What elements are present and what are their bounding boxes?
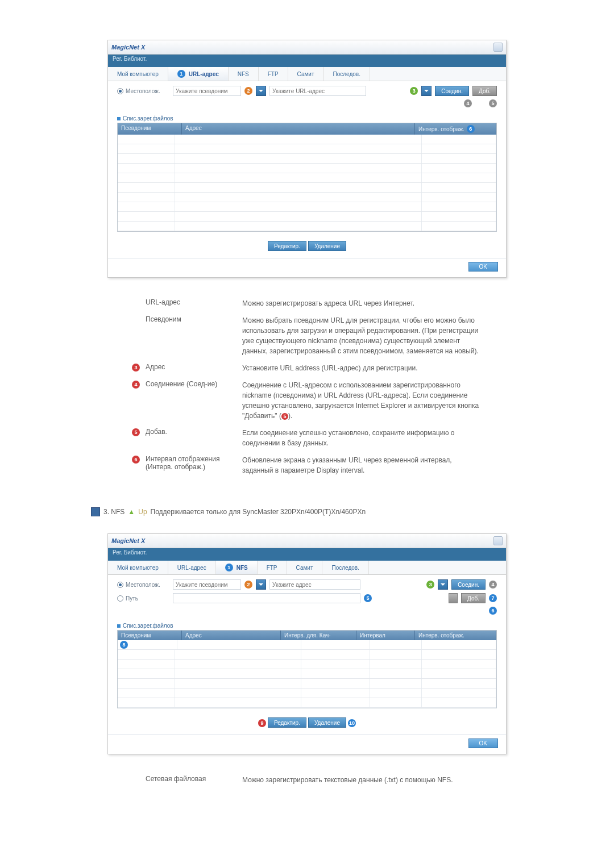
location-label: Местополож. bbox=[126, 582, 160, 588]
path-input[interactable] bbox=[173, 593, 360, 603]
badge-10: 10 bbox=[348, 719, 356, 727]
url-combo[interactable] bbox=[421, 86, 432, 96]
url-input[interactable] bbox=[269, 86, 366, 96]
ok-button[interactable]: OK bbox=[468, 262, 498, 272]
term-nickname: Псевдоним bbox=[131, 315, 242, 356]
url-grid: Псевдоним Адрес Интерв. отображ.6 bbox=[117, 123, 497, 232]
add-button[interactable]: Доб. bbox=[461, 593, 486, 603]
desc-address: Установите URL address (URL-адрес) для р… bbox=[242, 363, 483, 373]
minimize-icon[interactable] bbox=[493, 536, 503, 545]
menubar: Рег. Библиот. bbox=[108, 548, 506, 561]
badge-6: 6 bbox=[489, 607, 497, 615]
filelist-label: Спис.зарег.файлов bbox=[108, 113, 506, 123]
definitions-nfs: Сетевая файловая Можно зарегистрировать … bbox=[131, 771, 483, 788]
note-text: Поддерживается только для SyncMaster 320… bbox=[151, 508, 366, 516]
menubar: Рег. Библиот. bbox=[108, 55, 506, 67]
filelist-label: Спис.зарег.файлов bbox=[108, 620, 506, 630]
col-interval[interactable]: Интервал bbox=[356, 631, 415, 640]
term-url: URL-адрес bbox=[131, 298, 242, 308]
tab-ftp[interactable]: FTP bbox=[259, 67, 288, 81]
col-display-interval[interactable]: Интерв. отображ. bbox=[415, 631, 496, 640]
col-display-interval[interactable]: Интерв. отображ.6 bbox=[415, 123, 496, 135]
location-label: Местополож. bbox=[126, 88, 160, 94]
badge-1: 1 bbox=[225, 564, 233, 571]
badge-1: 1 bbox=[177, 70, 185, 78]
edit-button[interactable]: Редактир. bbox=[268, 717, 306, 728]
path-label: Путь bbox=[126, 595, 138, 602]
edit-button[interactable]: Редактир. bbox=[268, 241, 306, 251]
connect-button[interactable]: Соедин. bbox=[451, 579, 486, 590]
col-address[interactable]: Адрес bbox=[182, 123, 415, 135]
section-3-nfs: 3. NFS ▲ Up Поддерживается только для Sy… bbox=[91, 507, 489, 516]
ok-button[interactable]: OK bbox=[468, 738, 498, 748]
term-nfs: Сетевая файловая bbox=[131, 775, 242, 785]
note-icon bbox=[91, 507, 100, 516]
nickname-combo[interactable] bbox=[256, 579, 266, 590]
note-title: 3. NFS bbox=[103, 508, 125, 516]
tab-nfs[interactable]: 1NFS bbox=[216, 561, 258, 574]
badge-3: 3 bbox=[410, 87, 418, 95]
badge-4: 4 bbox=[489, 581, 497, 589]
badge-8: 8 bbox=[120, 641, 128, 649]
library-window-nfs: MagicNet X Рег. Библиот. Мой компьютер U… bbox=[107, 533, 507, 754]
add-button[interactable]: Доб. bbox=[472, 86, 497, 96]
titlebar: MagicNet X bbox=[108, 534, 506, 548]
source-tabs: Мой компьютер 1URL-адрес NFS FTP Самит П… bbox=[108, 67, 506, 81]
tab-recent[interactable]: Последов. bbox=[322, 561, 368, 574]
titlebar: MagicNet X bbox=[108, 40, 506, 55]
badge-3: 3 bbox=[426, 581, 434, 589]
tab-nfs[interactable]: NFS bbox=[229, 67, 259, 81]
nickname-combo[interactable] bbox=[256, 86, 266, 96]
nickname-input[interactable] bbox=[173, 86, 241, 96]
tab-mycomputer[interactable]: Мой компьютер bbox=[108, 67, 168, 81]
col-address[interactable]: Адрес bbox=[182, 631, 281, 640]
nickname-input[interactable] bbox=[173, 579, 241, 590]
tab-url[interactable]: URL-адрес bbox=[168, 561, 216, 574]
tab-cifs[interactable]: Самит bbox=[287, 561, 323, 574]
badge-2: 2 bbox=[244, 581, 252, 589]
term-display-interval: 6Интервал отображения (Интерв. отображ.) bbox=[131, 455, 242, 475]
address-combo[interactable] bbox=[438, 579, 448, 590]
library-window-url: MagicNet X Рег. Библиот. Мой компьютер 1… bbox=[107, 40, 507, 278]
tab-cifs[interactable]: Самит bbox=[288, 67, 324, 81]
source-tabs: Мой компьютер URL-адрес 1NFS FTP Самит П… bbox=[108, 561, 506, 575]
tab-mycomputer[interactable]: Мой компьютер bbox=[108, 561, 168, 574]
col-nickname[interactable]: Псевдоним bbox=[118, 123, 182, 135]
badge-5: 5 bbox=[364, 594, 372, 602]
desc-display-interval: Обновление экрана с указанным URL через … bbox=[242, 455, 483, 475]
term-address: 3Адрес bbox=[131, 363, 242, 373]
tab-url[interactable]: 1URL-адрес bbox=[168, 67, 229, 81]
desc-nfs: Можно зарегистрировать текстовые данные … bbox=[242, 775, 483, 785]
location-radio[interactable] bbox=[117, 88, 123, 94]
desc-url: Можно зарегистрировать адреса URL через … bbox=[242, 298, 483, 308]
path-radio[interactable] bbox=[117, 595, 123, 602]
desc-connect: Соединение с URL-адресом с использование… bbox=[242, 380, 483, 421]
badge-6: 6 bbox=[467, 125, 475, 133]
term-add: 5Добав. bbox=[131, 428, 242, 448]
tab-recent[interactable]: Последов. bbox=[324, 67, 370, 81]
delete-button[interactable]: Удаление bbox=[308, 717, 346, 728]
definitions-url: URL-адрес Можно зарегистрировать адреса … bbox=[131, 295, 483, 479]
desc-nickname: Можно выбрать псевдоним URL для регистра… bbox=[242, 315, 483, 356]
badge-2: 2 bbox=[244, 87, 252, 95]
up-label: Up bbox=[138, 508, 147, 516]
connect-button[interactable]: Соедин. bbox=[435, 86, 469, 96]
badge-4: 4 bbox=[464, 99, 472, 107]
location-radio[interactable] bbox=[117, 582, 123, 588]
arrow-icon: ▲ bbox=[128, 508, 135, 516]
app-logo: MagicNet X bbox=[111, 44, 145, 51]
badge-5: 5 bbox=[489, 99, 497, 107]
tab-ftp[interactable]: FTP bbox=[258, 561, 287, 574]
desc-add: Если соединение успешно установлено, сох… bbox=[242, 428, 483, 448]
badge-9: 9 bbox=[258, 719, 266, 727]
nfs-grid: Псевдоним Адрес Интерв. для. Кач- Интерв… bbox=[117, 630, 497, 708]
address-input[interactable] bbox=[269, 579, 360, 590]
browse-button[interactable] bbox=[449, 593, 458, 603]
badge-7: 7 bbox=[489, 594, 497, 602]
delete-button[interactable]: Удаление bbox=[308, 241, 346, 251]
app-logo: MagicNet X bbox=[111, 537, 145, 544]
minimize-icon[interactable] bbox=[493, 43, 503, 52]
col-nickname[interactable]: Псевдоним bbox=[118, 631, 182, 640]
col-quality-interval[interactable]: Интерв. для. Кач- bbox=[281, 631, 356, 640]
term-connect: 4Соединение (Соед-ие) bbox=[131, 380, 242, 421]
